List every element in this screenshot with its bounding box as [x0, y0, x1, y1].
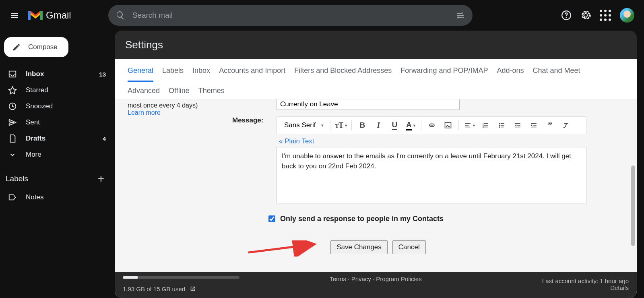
svg-point-4 — [499, 123, 500, 124]
image-button[interactable] — [441, 118, 455, 132]
remove-format-button[interactable] — [559, 118, 573, 132]
remove-format-icon — [562, 122, 570, 129]
numbered-list-icon — [482, 122, 489, 129]
tab-labels[interactable]: Labels — [162, 66, 184, 82]
sidebar-item-count: 4 — [103, 135, 106, 142]
font-size-select[interactable]: тT — [334, 118, 348, 132]
main-menu-button[interactable] — [5, 6, 24, 25]
settings-tabs-row2: Advanced Offline Themes — [115, 82, 637, 99]
svg-point-6 — [499, 126, 500, 128]
sidebar-item-more[interactable]: More — [0, 147, 115, 163]
document-icon — [8, 134, 17, 143]
contacts-only-label: Only send a response to people in my Con… — [280, 215, 444, 223]
header-right — [561, 8, 639, 23]
indent-more-button[interactable] — [526, 118, 541, 132]
sidebar-item-label: More — [26, 151, 115, 159]
header-bar: Gmail — [0, 0, 644, 31]
sidebar-item-snoozed[interactable]: Snoozed — [0, 98, 115, 114]
open-external-icon[interactable] — [189, 285, 196, 292]
account-avatar[interactable] — [620, 8, 634, 23]
tag-icon — [8, 193, 17, 202]
vertical-scrollbar[interactable] — [630, 117, 636, 274]
add-label-button[interactable]: + — [98, 172, 104, 185]
sidebar-item-starred[interactable]: Starred — [0, 82, 115, 98]
numbered-list-button[interactable] — [478, 118, 493, 132]
compose-button[interactable]: Compose — [4, 37, 68, 57]
google-apps-icon[interactable] — [600, 10, 611, 21]
message-label: Message: — [232, 116, 277, 203]
sidebar-label-notes[interactable]: Notes — [0, 189, 115, 205]
footer-links: Terms · Privacy · Program Policies — [330, 275, 421, 282]
bullet-list-button[interactable] — [494, 118, 509, 132]
activity-text: Last account activity: 1 hour ago — [542, 277, 629, 284]
tab-chat[interactable]: Chat and Meet — [533, 66, 580, 82]
image-icon — [444, 121, 452, 129]
tab-advanced[interactable]: Advanced — [128, 87, 160, 95]
tab-accounts[interactable]: Accounts and Import — [219, 66, 285, 82]
sidebar-item-label: Inbox — [26, 70, 99, 78]
bullet-list-icon — [498, 122, 505, 129]
font-family-select[interactable]: Sans Serif — [281, 121, 327, 129]
link-icon — [428, 121, 436, 129]
search-options-icon[interactable] — [456, 10, 465, 20]
labels-section-header: Labels + — [0, 163, 115, 189]
policies-link[interactable]: Program Policies — [376, 275, 421, 282]
align-icon — [464, 122, 471, 129]
sidebar-label-text: Notes — [26, 193, 115, 201]
cancel-button[interactable]: Cancel — [392, 240, 426, 254]
page-title: Settings — [115, 31, 637, 59]
terms-link[interactable]: Terms — [330, 275, 346, 282]
inbox-icon — [8, 70, 17, 79]
link-button[interactable] — [425, 118, 439, 132]
tab-forwarding[interactable]: Forwarding and POP/IMAP — [400, 66, 488, 82]
vacation-message-editor[interactable]: I'm unable to answer to the emails as I'… — [277, 147, 586, 203]
tab-themes[interactable]: Themes — [198, 87, 225, 95]
learn-more-link[interactable]: Learn more — [128, 109, 161, 116]
compose-label: Compose — [28, 43, 58, 51]
bold-button[interactable]: B — [355, 118, 369, 132]
storage-text: 1.93 GB of 15 GB used — [123, 286, 185, 292]
underline-button[interactable]: U — [387, 118, 402, 132]
italic-button[interactable]: I — [371, 118, 386, 132]
sidebar-item-drafts[interactable]: Drafts 4 — [0, 130, 115, 147]
tab-inbox[interactable]: Inbox — [192, 66, 210, 82]
contacts-only-checkbox[interactable] — [268, 215, 275, 222]
chevron-down-icon — [8, 150, 17, 159]
indent-less-icon — [514, 122, 521, 129]
subject-input[interactable]: Currently on Leave — [277, 99, 460, 110]
sidebar-item-label: Starred — [26, 86, 115, 94]
details-link[interactable]: Details — [542, 284, 629, 291]
save-changes-button[interactable]: Save Changes — [330, 240, 388, 254]
vacation-description: most once every 4 days) Learn more — [128, 102, 228, 116]
sidebar-item-sent[interactable]: Sent — [0, 114, 115, 130]
sidebar-item-label: Snoozed — [26, 102, 115, 110]
quote-button[interactable]: ” — [543, 118, 557, 132]
sidebar-item-label: Sent — [26, 118, 115, 126]
help-icon[interactable] — [561, 10, 572, 21]
tab-filters[interactable]: Filters and Blocked Addresses — [294, 66, 392, 82]
labels-title: Labels — [6, 174, 28, 183]
sidebar: Compose Inbox 13 Starred Snoozed Sent Dr… — [0, 31, 115, 298]
tab-offline[interactable]: Offline — [169, 87, 190, 95]
editor-toolbar: Sans Serif тT B I U A — [277, 116, 586, 134]
search-input[interactable] — [132, 11, 456, 20]
sidebar-item-count: 13 — [99, 71, 106, 78]
sidebar-item-inbox[interactable]: Inbox 13 — [0, 66, 115, 82]
align-button[interactable] — [462, 118, 477, 132]
clock-icon — [8, 102, 17, 111]
svg-point-1 — [566, 17, 567, 18]
gear-icon[interactable] — [580, 10, 591, 21]
gmail-logo[interactable]: Gmail — [27, 9, 71, 21]
tab-general[interactable]: General — [128, 66, 153, 82]
menu-icon — [10, 10, 19, 20]
tab-addons[interactable]: Add-ons — [497, 66, 524, 82]
privacy-link[interactable]: Privacy — [351, 275, 371, 282]
footer: 1.93 GB of 15 GB used Terms · Privacy · … — [115, 272, 637, 298]
settings-tabs: General Labels Inbox Accounts and Import… — [115, 59, 637, 82]
indent-more-icon — [530, 122, 537, 129]
search-icon — [116, 10, 125, 20]
search-bar[interactable] — [108, 5, 473, 26]
text-color-button[interactable]: A — [403, 118, 418, 132]
indent-less-button[interactable] — [510, 118, 525, 132]
plain-text-link[interactable]: « Plain Text — [279, 137, 314, 145]
